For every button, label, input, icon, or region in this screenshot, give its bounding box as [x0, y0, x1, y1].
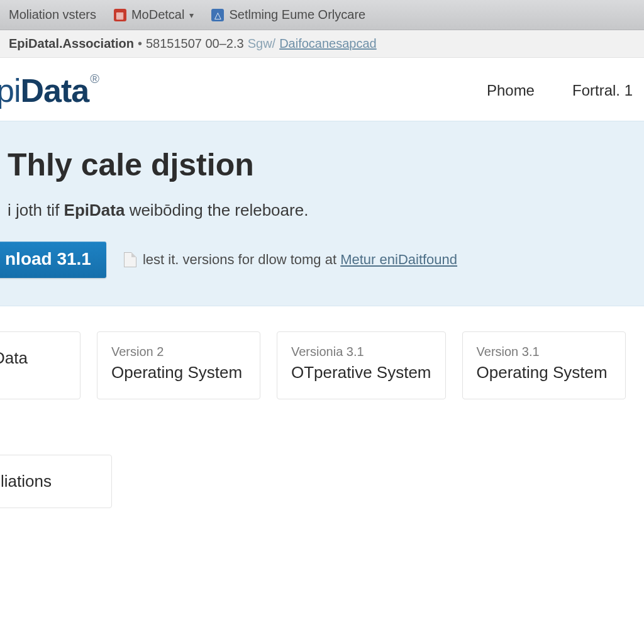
card-data[interactable]: Data	[0, 331, 80, 399]
nav-phome[interactable]: Phome	[487, 82, 535, 99]
card-title: Operating System	[477, 363, 611, 382]
logo-part-left: pi	[0, 72, 20, 109]
cards-grid: Data Version 2 Operating System Versioni…	[0, 306, 644, 519]
nav-fortral[interactable]: Fortral. 1	[572, 82, 633, 99]
hero-sub-post: weibōding the releboare.	[125, 201, 308, 219]
calendar-icon: ▦	[114, 9, 126, 21]
card-os-v31b[interactable]: Version 3.1 Operating System	[462, 331, 626, 399]
bookmark-label: Setlming Eume Orlycare	[229, 8, 365, 22]
hero-section: Thly cale djstion i joth tif EpiData wei…	[0, 121, 644, 306]
address-numbers: 58151507 00–2.3	[146, 36, 244, 51]
card-version-label: Versionia 3.1	[291, 345, 431, 359]
bookmark-label: MoDetcal	[131, 8, 184, 22]
logo-part-bold: Data	[20, 72, 89, 109]
document-icon	[124, 252, 136, 267]
card-title: Operating System	[111, 363, 246, 382]
version-note: lest it. versions for dlow tomg at Metur…	[124, 252, 457, 268]
card-title: liations	[1, 472, 97, 491]
card-title: Data	[0, 348, 66, 368]
download-button[interactable]: nload 31.1	[0, 242, 106, 278]
address-bar[interactable]: EpiDatal.Association • 58151507 00–2.3 S…	[0, 30, 644, 58]
site-logo[interactable]: piData®	[0, 72, 99, 109]
card-version-label: Version 3.1	[477, 345, 611, 359]
hero-sub-emph: EpiData	[64, 201, 125, 219]
address-path-prefix: Sgw/	[248, 36, 275, 51]
hero-subtitle: i joth tif EpiData weibōding the releboa…	[8, 201, 633, 220]
hero-sub-pre: i joth tif	[8, 201, 64, 219]
version-note-link[interactable]: Metur eniDaitfound	[340, 252, 457, 267]
browser-toolbar: Moliation vsters ▦ MoDetcal ▾ △ Setlming…	[0, 0, 644, 30]
hero-actions: nload 31.1 lest it. versions for dlow to…	[0, 242, 633, 278]
hero-title: Thly cale djstion	[8, 147, 633, 183]
card-liations[interactable]: liations	[0, 455, 112, 508]
bookmark-modetcal[interactable]: ▦ MoDetcal ▾	[114, 8, 194, 22]
bookmark-label: Moliation vsters	[9, 8, 96, 22]
bookmark-moliation[interactable]: Moliation vsters	[9, 8, 96, 22]
warning-triangle-icon: △	[211, 9, 224, 21]
chevron-down-icon: ▾	[189, 10, 194, 20]
registered-icon: ®	[90, 72, 99, 86]
card-version-label: Version 2	[111, 345, 246, 359]
site-header: piData® Phome Fortral. 1	[0, 58, 644, 121]
version-note-text: lest it. versions for dlow tomg at	[143, 252, 340, 267]
address-path-link[interactable]: Daifocanesapcad	[279, 36, 377, 51]
site-name: EpiDatal.Association	[9, 36, 134, 51]
card-title: OTperative System	[291, 363, 431, 382]
primary-nav: Phome Fortral. 1	[487, 82, 633, 99]
separator-icon: •	[138, 36, 142, 51]
bookmark-setlming[interactable]: △ Setlming Eume Orlycare	[211, 8, 365, 22]
card-os-v31a[interactable]: Versionia 3.1 OTperative System	[277, 331, 446, 399]
card-os-v2[interactable]: Version 2 Operating System	[97, 331, 260, 399]
